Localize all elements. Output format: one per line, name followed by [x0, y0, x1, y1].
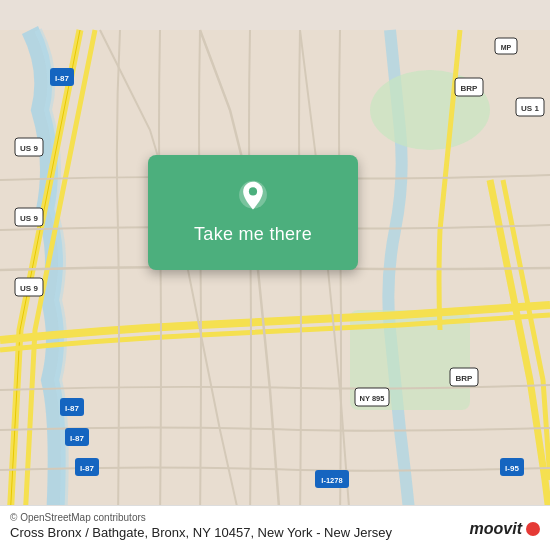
map-svg: US 9 US 9 US 9 I-87 I-87 I-87 I-95 I-87 … [0, 0, 550, 550]
svg-text:I-87: I-87 [55, 74, 69, 83]
bottom-bar: © OpenStreetMap contributors Cross Bronx… [0, 505, 550, 550]
svg-point-32 [249, 187, 257, 195]
location-pin-icon [235, 180, 271, 216]
svg-text:I-87: I-87 [80, 464, 94, 473]
svg-text:US 1: US 1 [521, 104, 539, 113]
svg-text:BRP: BRP [461, 84, 479, 93]
svg-text:US 9: US 9 [20, 144, 38, 153]
svg-text:I-95: I-95 [505, 464, 519, 473]
svg-text:I-87: I-87 [70, 434, 84, 443]
copyright-text: © OpenStreetMap contributors [10, 512, 540, 523]
moovit-logo-dot [526, 522, 540, 536]
svg-text:MP: MP [501, 44, 512, 51]
svg-text:I-1278: I-1278 [321, 476, 342, 485]
svg-text:I-87: I-87 [65, 404, 79, 413]
location-card[interactable]: Take me there [148, 155, 358, 270]
svg-text:NY 895: NY 895 [360, 394, 385, 403]
take-me-there-button[interactable]: Take me there [194, 224, 312, 245]
map-container: US 9 US 9 US 9 I-87 I-87 I-87 I-95 I-87 … [0, 0, 550, 550]
svg-text:US 9: US 9 [20, 284, 38, 293]
svg-text:BRP: BRP [456, 374, 474, 383]
address-text: Cross Bronx / Bathgate, Bronx, NY 10457,… [10, 525, 540, 542]
moovit-logo: moovit [470, 520, 540, 538]
moovit-brand-text: moovit [470, 520, 522, 538]
svg-text:US 9: US 9 [20, 214, 38, 223]
